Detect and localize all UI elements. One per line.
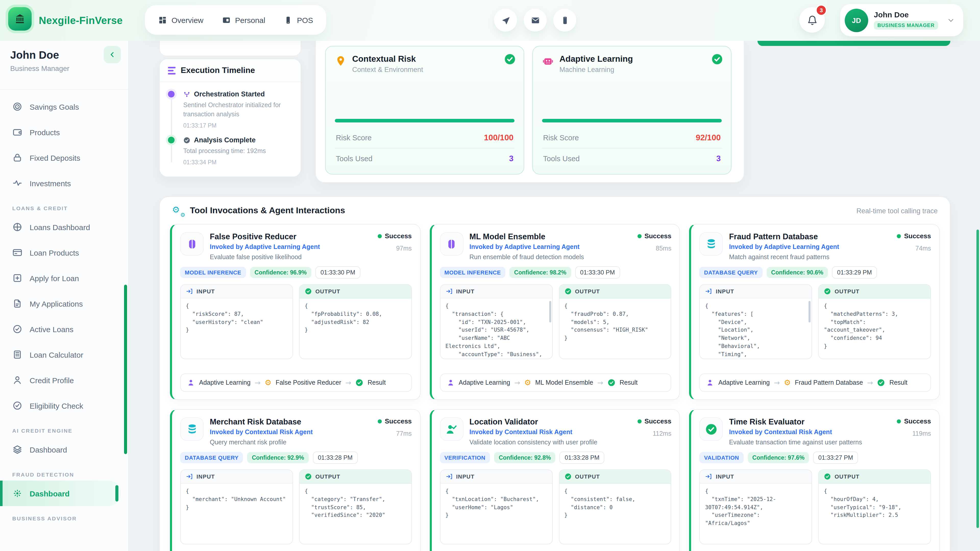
risk-score-label: Risk Score <box>336 134 372 142</box>
sidebar-item-apply-for-loan[interactable]: Apply for Loan <box>0 265 128 291</box>
sidebar-item-dashboard[interactable]: Dashboard <box>0 481 121 506</box>
input-arrow-icon <box>445 288 452 295</box>
tool-type-badge: VALIDATION <box>700 452 744 463</box>
output-label: OUTPUT <box>575 288 600 294</box>
tab-personal[interactable]: Personal <box>222 16 265 24</box>
sidebar-item-my-applications[interactable]: My Applications <box>0 291 128 316</box>
input-scrollbar[interactable] <box>808 301 811 322</box>
tool-grid: False Positive Reducer Invoked by Adapti… <box>160 223 950 551</box>
sidebar-item-products[interactable]: Products <box>0 119 128 145</box>
confidence-badge: Confidence: 92.8% <box>494 452 555 463</box>
output-check-icon <box>305 473 312 480</box>
sidebar-item-fixed-deposits[interactable]: Fixed Deposits <box>0 145 128 170</box>
tool-card-ml-model-ensemble: ML Model Ensemble Invoked by Adaptive Le… <box>430 224 680 400</box>
notification-badge: 3 <box>816 5 827 16</box>
input-json: { "merchant": "Unknown Account" } <box>181 484 293 544</box>
sidebar-collapse-button[interactable] <box>103 46 121 63</box>
sidebar-item-credit-profile[interactable]: Credit Profile <box>0 367 128 393</box>
tools-used-value: 3 <box>716 154 721 163</box>
sidebar-item-active-loans[interactable]: Active Loans <box>0 316 128 342</box>
sidebar-item-savings-goals[interactable]: Savings Goals <box>0 94 128 119</box>
event-time: 01:33:17 PM <box>183 123 293 129</box>
sidebar-item-dashboard[interactable]: Dashboard <box>0 437 128 462</box>
input-label: INPUT <box>456 473 474 480</box>
page-scrollbar[interactable] <box>976 41 980 551</box>
sidebar-item-label: Fixed Deposits <box>30 153 80 162</box>
input-box: INPUT { "txnLocation": "Bucharest", "use… <box>440 469 552 545</box>
tool-invoked-by[interactable]: Invoked by Adaptive Learning Agent <box>729 243 891 251</box>
sidebar-section-title: AI CREDIT ENGINE <box>12 427 116 433</box>
tool-invocations-panel: ⚙⚙ Tool Invocations & Agent Interactions… <box>159 197 950 551</box>
send-icon <box>501 16 510 25</box>
input-arrow-icon <box>445 473 452 480</box>
user-menu[interactable]: JD John Doe BUSINESS MANAGER <box>840 4 963 36</box>
input-label: INPUT <box>716 288 734 294</box>
sidebar-item-investments[interactable]: Investments <box>0 170 128 196</box>
chevron-left-icon <box>108 51 116 59</box>
output-check-icon <box>564 288 571 295</box>
sidebar-item-eligibility-check[interactable]: Eligibility Check <box>0 393 128 418</box>
main-content: Execution Timeline Orchestration Started… <box>129 41 980 551</box>
smartphone-button[interactable] <box>553 9 576 32</box>
tool-icon <box>186 423 198 435</box>
sidebar-profile: John Doe Business Manager <box>0 41 128 90</box>
tab-overview[interactable]: Overview <box>158 16 204 24</box>
tool-duration: 74ms <box>897 245 931 252</box>
tool-invoked-by[interactable]: Invoked by Contextual Risk Agent <box>729 429 891 436</box>
page-scrollbar-thumb[interactable] <box>977 230 979 528</box>
arrow-right-icon: → <box>345 379 351 387</box>
sidebar-section-title: LOANS & CREDIT <box>12 205 116 211</box>
output-check-icon <box>305 288 312 295</box>
sidebar-user-role: Business Manager <box>10 64 118 73</box>
status-badge: Success <box>897 232 931 240</box>
send-button[interactable] <box>494 9 517 32</box>
tool-card-merchant-risk-database: Merchant Risk Database Invoked by Contex… <box>170 409 420 551</box>
tool-invoked-by[interactable]: Invoked by Adaptive Learning Agent <box>210 243 372 251</box>
tools-header: ⚙⚙ Tool Invocations & Agent Interactions… <box>160 197 950 223</box>
agent-person-icon <box>706 379 714 387</box>
tool-description: Run ensemble of fraud detection models <box>469 254 631 261</box>
app: Nexgile-FinVerse Overview Personal POS 3… <box>0 0 980 551</box>
tool-duration: 119ms <box>897 430 931 437</box>
sidebar-item-loan-products[interactable]: Loan Products <box>0 240 128 265</box>
sidebar-item-loans-dashboard[interactable]: Loans Dashboard <box>0 214 128 240</box>
tool-description: Evaluate false positive likelihood <box>210 254 372 261</box>
status-text: Success <box>904 232 931 240</box>
flow-agent-label: Adaptive Learning <box>718 379 770 386</box>
tool-invoked-by[interactable]: Invoked by Contextual Risk Agent <box>210 429 372 436</box>
tool-icon-box <box>180 417 204 441</box>
sidebar-item-label: Loan Products <box>30 248 79 257</box>
risk-score-value: 92/100 <box>696 133 721 142</box>
tool-invoked-by[interactable]: Invoked by Contextual Risk Agent <box>469 429 631 436</box>
input-json: { "txnTime": "2025-12-30T07:49:54.914Z",… <box>700 484 812 544</box>
tab-pos[interactable]: POS <box>283 16 313 24</box>
input-arrow-icon <box>705 288 712 295</box>
agent-flow-row: Adaptive Learning → ⚙ Fraud Pattern Data… <box>700 373 931 392</box>
input-label: INPUT <box>456 288 474 294</box>
tool-invoked-by[interactable]: Invoked by Adaptive Learning Agent <box>469 243 631 251</box>
output-label: OUTPUT <box>835 473 859 480</box>
output-box: OUTPUT { "consistent": false, "distance"… <box>558 469 671 545</box>
agent-flow-row: Adaptive Learning → ⚙ False Positive Red… <box>180 373 412 392</box>
tool-icon <box>445 423 458 435</box>
flow-result-label: Result <box>889 379 907 386</box>
tool-icon <box>186 238 198 250</box>
status-dot-icon <box>378 419 382 423</box>
input-json: { "riskScore": 87, "userHistory": "clean… <box>181 299 293 359</box>
tool-icon <box>705 423 718 435</box>
sidebar-item-loan-calculator[interactable]: Loan Calculator <box>0 342 128 367</box>
input-scrollbar[interactable] <box>549 301 551 322</box>
mail-button[interactable] <box>524 9 547 32</box>
sidebar-scrollbar[interactable] <box>124 285 127 454</box>
tool-title: Merchant Risk Database <box>210 417 372 427</box>
smartphone-icon <box>560 16 570 25</box>
status-dot-icon <box>637 419 641 423</box>
sidebar-item-label: Credit Profile <box>30 376 74 384</box>
input-box: INPUT { "txnTime": "2025-12-30T07:49:54.… <box>700 469 812 545</box>
output-json: { "consistent": false, "distance": 0 } <box>559 484 671 544</box>
top-bar: Nexgile-FinVerse Overview Personal POS 3… <box>0 0 980 41</box>
output-box: OUTPUT { "category": "Transfer", "trustS… <box>299 469 412 545</box>
cut-off-action-button[interactable] <box>757 41 950 46</box>
output-label: OUTPUT <box>315 473 340 480</box>
notifications-button[interactable]: 3 <box>799 7 825 33</box>
